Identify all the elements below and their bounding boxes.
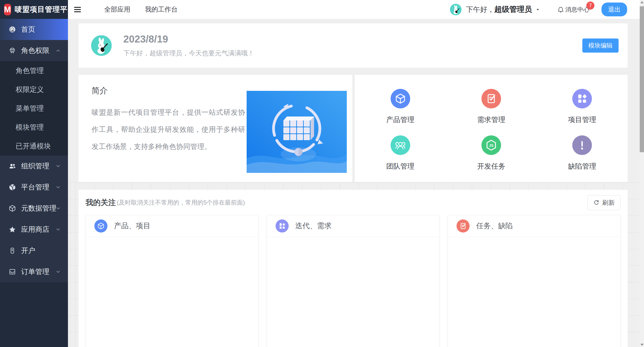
sidebar-subitem-role-manage[interactable]: 角色管理 <box>0 61 68 80</box>
cube-icon <box>391 89 410 108</box>
module-label: 缺陷管理 <box>568 162 596 171</box>
banner-message: 下午好，超级管理员，今天也要元气满满哦！ <box>123 49 254 58</box>
sidebar-item-label: 角色权限 <box>21 46 49 55</box>
module-requirement[interactable]: 需求管理 <box>446 83 537 130</box>
sidebar-menu: 首页 角色权限 角色管理 权限定义 菜单管理 模块管理 已开通模块 组织管理 平… <box>0 19 68 282</box>
scroll-down-arrow[interactable] <box>640 342 644 347</box>
sidebar-item-appstore[interactable]: 应用商店 <box>0 219 68 240</box>
platform-illustration <box>247 91 347 173</box>
chevron-down-icon <box>55 205 61 212</box>
sidebar-item-home[interactable]: 首页 <box>0 19 68 40</box>
chevron-down-icon <box>55 226 61 233</box>
doc-edit-icon <box>481 89 501 108</box>
app-root: { "app": { "logo_letter": "M", "title": … <box>0 0 644 347</box>
focus-card-title: 产品、项目 <box>114 221 150 231</box>
sidebar-subitem-permission-define[interactable]: 权限定义 <box>0 80 68 99</box>
refresh-icon <box>593 199 600 206</box>
app-logo: M <box>4 4 11 15</box>
module-product[interactable]: 产品管理 <box>355 83 446 130</box>
sidebar-item-role-permission[interactable]: 角色权限 <box>0 40 68 61</box>
focus-note: (及时取消关注不常用的，常用的5个排在最前面) <box>117 199 245 207</box>
module-project[interactable]: 项目管理 <box>537 83 628 130</box>
org-icon <box>9 162 16 170</box>
chevron-down-icon <box>55 268 61 275</box>
focus-card-header: 产品、项目 <box>86 215 258 237</box>
banner-text: 2023/8/19 下午好，超级管理员，今天也要元气满满哦！ <box>123 33 254 58</box>
focus-card-product-project: 产品、项目 <box>86 215 258 347</box>
main-content: 2023/8/19 下午好，超级管理员，今天也要元气满满哦！ 模块编辑 简介 唛… <box>68 19 640 347</box>
module-label: 需求管理 <box>477 115 505 125</box>
sidebar-subitem-module-manage[interactable]: 模块管理 <box>0 118 68 137</box>
sidebar-item-label: 平台管理 <box>21 182 49 192</box>
sidebar-item-account-open[interactable]: 开户 <box>0 240 68 261</box>
module-edit-button[interactable]: 模块编辑 <box>582 38 619 53</box>
user-dropdown[interactable]: 下午好， 超级管理员 <box>466 4 541 15</box>
tab-all-apps[interactable]: 全部应用 <box>104 5 130 14</box>
vertical-scrollbar[interactable] <box>640 0 644 347</box>
username: 超级管理员 <box>494 4 532 15</box>
focus-card-iteration-requirement: 迭代、需求 <box>267 215 440 347</box>
sidebar-item-metadata[interactable]: 元数据管理 <box>0 198 68 219</box>
message-count-badge: 7 <box>586 2 594 10</box>
user-avatar[interactable] <box>450 4 462 15</box>
app-grid-icon <box>276 219 289 233</box>
focus-title: 我的关注 <box>86 198 116 208</box>
module-defect[interactable]: 缺陷管理 <box>537 130 628 176</box>
role-icon <box>9 47 16 54</box>
role-permission-submenu: 角色管理 权限定义 菜单管理 模块管理 已开通模块 <box>0 61 68 156</box>
module-dev-task[interactable]: 开发任务 <box>446 130 537 176</box>
sidebar-item-label: 开户 <box>21 246 35 255</box>
intro-title: 简介 <box>92 85 108 96</box>
modules-card: 产品管理 需求管理 项目管理 团队管理 开发任务 缺陷管理 <box>355 75 628 182</box>
order-icon <box>9 268 16 276</box>
module-team[interactable]: 团队管理 <box>355 130 446 176</box>
sidebar-item-label: 首页 <box>21 25 35 34</box>
focus-card-title: 迭代、需求 <box>295 221 332 231</box>
greeting-text: 下午好， <box>466 5 494 14</box>
app-title: 唛盟项目管理平台 <box>15 5 75 15</box>
sidebar-item-orders[interactable]: 订单管理 <box>0 261 68 282</box>
app-grid-icon <box>572 89 592 108</box>
chevron-up-icon <box>55 47 61 54</box>
metadata-icon <box>9 205 16 212</box>
sidebar: 首页 角色权限 角色管理 权限定义 菜单管理 模块管理 已开通模块 组织管理 平… <box>0 19 68 347</box>
platform-icon <box>9 183 16 191</box>
exclamation-icon <box>572 135 592 155</box>
sidebar-item-organization[interactable]: 组织管理 <box>0 156 68 177</box>
doc-edit-icon <box>457 219 470 233</box>
focus-card-task-defect: 任务、缺陷 <box>448 215 621 347</box>
sidebar-item-platform[interactable]: 平台管理 <box>0 177 68 198</box>
team-icon <box>391 135 410 155</box>
refresh-label: 刷新 <box>602 199 615 207</box>
focus-card-header: 迭代、需求 <box>267 215 439 237</box>
sidebar-item-label: 应用商店 <box>21 225 49 234</box>
module-label: 产品管理 <box>386 115 414 125</box>
scroll-up-arrow[interactable] <box>640 0 644 5</box>
banner-date: 2023/8/19 <box>123 33 254 45</box>
focus-card-title: 任务、缺陷 <box>476 221 513 231</box>
sidebar-subitem-opened-modules[interactable]: 已开通模块 <box>0 137 68 156</box>
chevron-down-icon <box>55 163 61 169</box>
menu-collapse-icon[interactable] <box>73 5 82 14</box>
appstore-icon <box>9 226 16 233</box>
message-center[interactable]: 消息中心 7 <box>557 6 589 14</box>
focus-card-header: 任务、缺陷 <box>448 215 620 237</box>
scrollbar-thumb[interactable] <box>640 6 644 152</box>
chevron-down-icon <box>535 7 541 12</box>
refresh-button[interactable]: 刷新 <box>587 195 621 210</box>
focus-cards-row: 产品、项目 迭代、需求 任务、缺陷 <box>86 215 621 347</box>
nodejs-icon <box>481 135 501 155</box>
message-center-label: 消息中心 <box>565 6 589 14</box>
sidebar-item-label: 元数据管理 <box>21 204 56 213</box>
module-label: 开发任务 <box>477 162 505 171</box>
sidebar-item-label: 订单管理 <box>21 267 49 277</box>
my-focus-section: 我的关注 (及时取消关注不常用的，常用的5个排在最前面) 刷新 产品、项目 迭代… <box>79 190 628 347</box>
cube-icon <box>94 219 107 233</box>
tab-my-workbench[interactable]: 我的工作台 <box>145 5 178 14</box>
intro-text: 唛盟是新一代项目管理平台，提供一站式研发协作工具，帮助企业提升研发效能，使用于多… <box>92 104 245 155</box>
sidebar-subitem-menu-manage[interactable]: 菜单管理 <box>0 99 68 118</box>
chevron-down-icon <box>55 184 61 190</box>
dashboard-icon <box>9 26 16 33</box>
sidebar-item-label: 组织管理 <box>21 161 49 171</box>
logout-button[interactable]: 退出 <box>601 3 627 16</box>
